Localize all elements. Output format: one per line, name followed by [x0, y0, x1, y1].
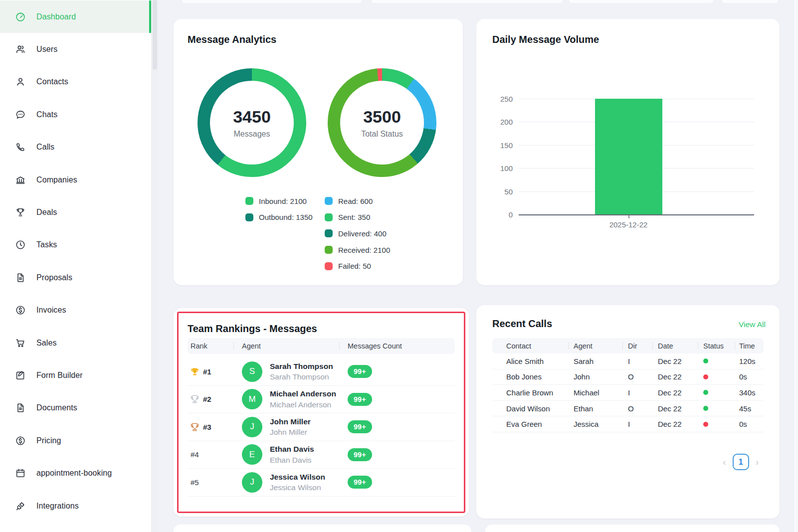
ranking-row[interactable]: #1 S Sarah ThompsonSarah Thompson 99+	[188, 358, 455, 386]
messages-legend: Inbound: 2100 Outbound: 1350	[245, 193, 313, 225]
legend-swatch	[245, 197, 253, 205]
legend-item: Inbound: 2100	[245, 193, 313, 209]
sidebar-item-calls[interactable]: Calls	[0, 131, 151, 164]
page-number-button[interactable]: 1	[733, 454, 749, 470]
scrollbar-thumb[interactable]	[153, 0, 157, 70]
dollar-circle-icon	[15, 435, 26, 446]
users-icon	[15, 44, 26, 55]
sidebar-item-form-builder[interactable]: Form Builder	[0, 359, 151, 391]
call-direction: I	[628, 420, 658, 428]
ranking-row[interactable]: #4 E Ethan DavisEthan Davis 99+	[188, 441, 455, 469]
call-date: Dec 22	[658, 372, 703, 381]
previous-page-chevron-icon[interactable]: ‹	[723, 457, 726, 467]
sidebar-nav: Dashboard Users Contacts Chats	[0, 0, 151, 522]
call-row[interactable]: Charlie Brown Michael I Dec 22 340s	[492, 385, 764, 401]
contact-name: Eva Green	[506, 420, 574, 428]
sidebar-scrollbar[interactable]	[152, 0, 158, 532]
sidebar-item-dashboard[interactable]: Dashboard	[0, 0, 151, 33]
count-cell: 99+	[348, 420, 455, 433]
agent-name: Sarah	[574, 357, 628, 365]
call-row[interactable]: Alice Smith Sarah I Dec 22 120s	[492, 354, 764, 369]
sidebar-item-contacts[interactable]: Contacts	[0, 66, 151, 98]
rank-cell: #2	[188, 395, 242, 403]
y-axis-tick: 200	[489, 118, 513, 126]
status-cell	[703, 358, 739, 363]
table-header: Contact Agent Dir Date Status Time	[492, 338, 764, 354]
card-title: Team Rankings - Messages	[188, 323, 317, 335]
y-axis-tick: 100	[489, 164, 513, 173]
column-header-messages-count: Messages Count	[348, 342, 455, 350]
call-duration: 340s	[739, 388, 764, 397]
team-rankings-card: Team Rankings - Messages Rank Agent Mess…	[174, 308, 469, 517]
cutoff-card-top	[182, 0, 362, 3]
sidebar-item-pricing[interactable]: Pricing	[0, 424, 151, 457]
header-divider	[569, 342, 569, 350]
sidebar-item-label: Calls	[36, 143, 54, 152]
call-row[interactable]: David Wilson Ethan O Dec 22 45s	[492, 401, 764, 417]
sidebar-item-invoices[interactable]: Invoices	[0, 294, 151, 327]
rank-cell: #5	[188, 478, 242, 487]
ranking-row[interactable]: #3 J John MillerJohn Miller 99+	[188, 413, 455, 441]
sidebar-item-tasks[interactable]: Tasks	[0, 229, 151, 261]
sidebar-item-chats[interactable]: Chats	[0, 98, 151, 131]
sidebar-item-label: Tasks	[36, 240, 57, 249]
count-cell: 99+	[348, 365, 455, 378]
rank-number: #3	[203, 423, 211, 431]
legend-swatch	[325, 246, 333, 254]
call-duration: 120s	[739, 357, 764, 365]
calls-list: Alice Smith Sarah I Dec 22 120s Bob Jone…	[492, 354, 764, 432]
messages-count-badge: 99+	[348, 393, 372, 406]
rank-number: #1	[203, 367, 211, 376]
y-axis-tick: 50	[489, 187, 513, 196]
rank-number: #4	[191, 450, 199, 459]
sidebar-item-label: Deals	[36, 208, 57, 217]
call-row[interactable]: Bob Jones John O Dec 22 0s	[492, 369, 764, 385]
sidebar-item-deals[interactable]: Deals	[0, 196, 151, 228]
sidebar-item-integrations[interactable]: Integrations	[0, 490, 151, 522]
gold-trophy-icon	[191, 367, 199, 376]
sidebar-item-label: Pricing	[36, 436, 61, 445]
column-header-agent: Agent	[574, 342, 628, 350]
view-all-link[interactable]: View All	[739, 320, 766, 329]
contact-name: Charlie Brown	[506, 388, 574, 397]
status-cell	[703, 422, 739, 427]
sidebar-item-users[interactable]: Users	[0, 33, 151, 65]
agent-name: Michael Anderson	[270, 388, 336, 399]
legend-item: Outbound: 1350	[245, 209, 313, 226]
contact-person-icon	[15, 76, 26, 87]
ranking-row[interactable]: #2 M Michael AndersonMichael Anderson 99…	[188, 386, 455, 414]
agent-cell: M Michael AndersonMichael Anderson	[242, 388, 348, 410]
donut-value: 3500	[363, 107, 401, 127]
plug-icon	[15, 501, 26, 512]
sidebar-item-proposals[interactable]: Proposals	[0, 261, 151, 294]
legend-swatch	[245, 213, 253, 221]
legend-label: Delivered: 400	[338, 229, 387, 238]
bank-icon	[15, 175, 26, 185]
calendar-icon	[15, 468, 26, 479]
avatar: J	[242, 472, 262, 493]
header-divider	[735, 342, 735, 350]
sidebar-item-appointment-booking[interactable]: appointment-booking	[0, 457, 151, 489]
call-row[interactable]: Eva Green Jessica I Dec 22 0s	[492, 416, 764, 432]
call-duration: 0s	[739, 420, 764, 428]
trophy-icon	[15, 207, 26, 218]
sidebar-item-companies[interactable]: Companies	[0, 164, 151, 196]
dollar-circle-icon	[15, 305, 26, 316]
daily-message-volume-card: Daily Message Volume 250 200 150 100 50 …	[476, 19, 780, 285]
sidebar-item-label: Dashboard	[36, 12, 76, 21]
next-page-chevron-icon[interactable]: ›	[756, 457, 759, 467]
rank-cell: #3	[188, 423, 242, 431]
status-dot	[703, 390, 708, 395]
contact-name: Bob Jones	[506, 372, 574, 381]
call-duration: 0s	[739, 372, 764, 381]
card-title: Daily Message Volume	[492, 34, 599, 45]
ranking-row[interactable]: #5 J Jessica WilsonJessica Wilson 99+	[188, 469, 455, 497]
legend-label: Outbound: 1350	[259, 213, 313, 221]
main-scrollbar[interactable]	[794, 0, 798, 532]
column-header-agent: Agent	[242, 342, 348, 350]
y-axis-tick: 150	[489, 141, 513, 150]
sidebar-item-documents[interactable]: Documents	[0, 392, 151, 424]
agent-cell: J John MillerJohn Miller	[242, 416, 348, 438]
sidebar-item-sales[interactable]: Sales	[0, 327, 151, 359]
agent-name: Sarah Thompson	[270, 361, 333, 372]
